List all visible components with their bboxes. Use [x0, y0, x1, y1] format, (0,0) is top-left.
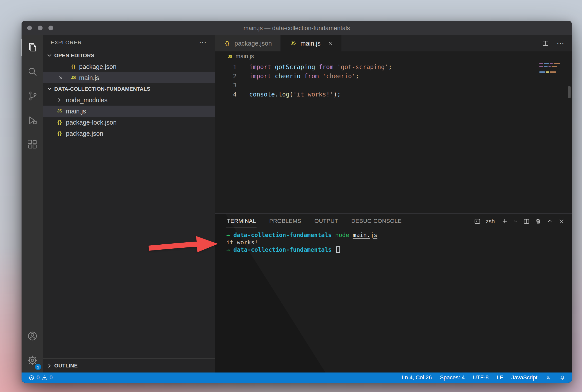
explorer-more-actions-icon[interactable]: ⋯ — [199, 40, 207, 45]
breadcrumb[interactable]: JS main.js — [215, 51, 572, 61]
feedback-button[interactable] — [545, 375, 551, 381]
workspace-section-header[interactable]: DATA-COLLECTION-FUNDAMENTALS — [43, 83, 215, 94]
terminal-line: → data-collection-fundamentals — [226, 246, 572, 253]
panel-header: TERMINAL PROBLEMS OUTPUT DEBUG CONSOLE z… — [215, 214, 572, 229]
cursor-position-status[interactable]: Ln 4, Col 26 — [402, 374, 432, 381]
explorer-activity-button[interactable] — [22, 35, 43, 60]
open-editor-package-json[interactable]: {} package.json — [43, 61, 215, 72]
line-number: 3 — [215, 82, 237, 89]
close-editor-icon[interactable] — [58, 75, 63, 80]
tree-item-main-js[interactable]: JS main.js — [43, 106, 215, 117]
js-file-icon: JS — [227, 54, 233, 58]
tab-main-js[interactable]: JS main.js — [281, 35, 341, 51]
settings-badge: 1 — [35, 364, 41, 370]
chevron-down-icon — [47, 53, 52, 58]
settings-button[interactable]: 1 — [22, 348, 43, 373]
terminal-dropdown-chevron-icon[interactable] — [513, 219, 518, 224]
source-control-icon — [27, 90, 38, 102]
sidebar-title: EXPLORER — [51, 40, 82, 46]
terminal-line: it works! — [226, 239, 572, 246]
code-line: 3 — [215, 81, 572, 90]
json-file-icon: {} — [69, 64, 77, 70]
run-debug-icon — [27, 115, 38, 126]
vscode-window: main.js — data-collection-fundamentals — [22, 21, 572, 383]
scrollbar-decoration[interactable] — [568, 86, 571, 98]
tab-debug-console[interactable]: DEBUG CONSOLE — [351, 215, 402, 227]
terminal-icon[interactable] — [474, 218, 481, 225]
js-file-icon: JS — [289, 41, 297, 46]
open-editor-main-js[interactable]: JS main.js — [43, 72, 215, 83]
chevron-down-icon — [47, 86, 52, 92]
tree-item-package-json[interactable]: {} package.json — [43, 128, 215, 139]
line-number: 1 — [215, 64, 237, 70]
search-activity-button[interactable] — [22, 60, 43, 84]
notifications-button[interactable] — [559, 375, 565, 381]
code-line-current: 4 console.log('it works!'); — [215, 90, 572, 99]
tree-item-node-modules[interactable]: node_modules — [43, 94, 215, 106]
titlebar[interactable]: main.js — data-collection-fundamentals — [22, 21, 572, 35]
terminal-line: → data-collection-fundamentals node main… — [226, 231, 572, 239]
js-file-icon: JS — [56, 109, 63, 114]
code-line: 1 import gotScraping from 'got-scraping'… — [215, 63, 572, 72]
tab-terminal[interactable]: TERMINAL — [226, 215, 257, 227]
editor-region: {} package.json JS main.js ⋯ JS main.j — [215, 35, 572, 373]
activity-bar: 1 — [22, 35, 43, 373]
indentation-status[interactable]: Spaces: 4 — [440, 374, 465, 381]
json-file-icon: {} — [56, 119, 63, 125]
window-title: main.js — data-collection-fundamentals — [22, 25, 572, 32]
new-terminal-icon[interactable] — [501, 218, 508, 225]
feedback-icon — [545, 375, 551, 381]
tab-problems[interactable]: PROBLEMS — [269, 215, 302, 227]
close-tab-icon[interactable] — [328, 41, 333, 46]
shell-name[interactable]: zsh — [486, 218, 495, 225]
accounts-button[interactable] — [22, 324, 43, 348]
kill-terminal-icon[interactable] — [535, 218, 541, 225]
open-editors-section-header[interactable]: OPEN EDITORS — [43, 50, 215, 61]
js-file-icon: JS — [69, 75, 77, 80]
terminal-panel: TERMINAL PROBLEMS OUTPUT DEBUG CONSOLE z… — [215, 213, 572, 373]
minimap[interactable] — [539, 63, 566, 74]
encoding-status[interactable]: UTF-8 — [473, 374, 488, 381]
chevron-right-icon — [47, 363, 52, 368]
json-file-icon: {} — [223, 40, 231, 46]
json-file-icon: {} — [56, 130, 63, 136]
chevron-right-icon — [57, 97, 62, 103]
breadcrumb-item[interactable]: main.js — [235, 53, 254, 60]
code-line: 2 import cheerio from 'cheerio'; — [215, 72, 572, 81]
account-icon — [27, 330, 38, 342]
tab-output[interactable]: OUTPUT — [314, 215, 339, 227]
language-mode-status[interactable]: JavaScript — [511, 374, 537, 381]
line-number: 2 — [215, 73, 237, 80]
line-number: 4 — [215, 91, 237, 98]
code-editor[interactable]: 1 import gotScraping from 'got-scraping'… — [215, 61, 572, 213]
explorer-sidebar: EXPLORER ⋯ OPEN EDITORS {} package.json … — [43, 35, 215, 373]
extensions-icon — [27, 139, 38, 150]
outline-section-header[interactable]: OUTLINE — [43, 358, 215, 373]
tree-item-package-lock-json[interactable]: {} package-lock.json — [43, 117, 215, 128]
editor-more-actions-icon[interactable]: ⋯ — [557, 41, 565, 46]
problems-status[interactable]: 0 0 — [29, 374, 53, 381]
files-icon — [27, 42, 38, 53]
close-panel-icon[interactable] — [558, 218, 565, 225]
terminal-output[interactable]: → data-collection-fundamentals node main… — [215, 229, 572, 253]
tab-package-json[interactable]: {} package.json — [215, 35, 281, 51]
split-editor-icon[interactable] — [542, 40, 549, 47]
error-icon — [29, 375, 34, 381]
split-terminal-icon[interactable] — [523, 218, 530, 225]
search-icon — [27, 66, 38, 77]
warning-icon — [42, 375, 47, 381]
tab-bar: {} package.json JS main.js ⋯ — [215, 35, 572, 51]
extensions-activity-button[interactable] — [22, 132, 43, 157]
status-bar: 0 0 Ln 4, Col 26 Spaces: 4 UTF-8 LF Java… — [22, 373, 572, 383]
source-control-activity-button[interactable] — [22, 84, 43, 108]
run-debug-activity-button[interactable] — [22, 108, 43, 132]
maximize-panel-icon[interactable] — [547, 218, 553, 225]
bell-icon — [559, 375, 565, 381]
eol-status[interactable]: LF — [497, 374, 503, 381]
